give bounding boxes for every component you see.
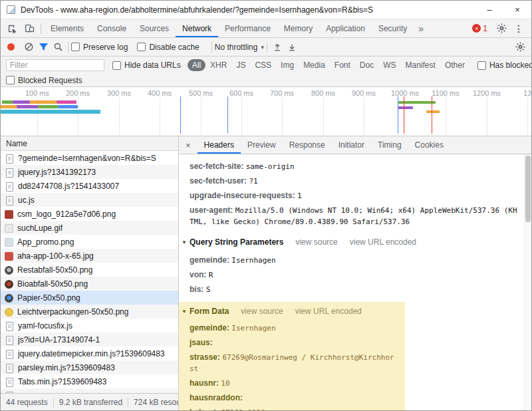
request-row[interactable]: ?gemeinde=Isernhagen&von=R&bis=S xyxy=(1,151,178,165)
main-tab[interactable]: Performance xyxy=(218,19,277,37)
import-har-icon[interactable] xyxy=(270,40,285,55)
request-row[interactable]: suchLupe.gif xyxy=(1,221,178,235)
detail-tab[interactable]: Initiator xyxy=(332,136,371,154)
clear-button[interactable] xyxy=(21,40,36,55)
filter-pill[interactable]: Font xyxy=(330,59,355,71)
separator xyxy=(267,42,267,53)
filter-pill[interactable]: CSS xyxy=(250,59,276,71)
network-settings-gear-icon[interactable] xyxy=(513,40,527,55)
form-data-section-header[interactable]: ▼Form Dataview sourceview URL encoded xyxy=(182,306,398,317)
main-tab[interactable]: Console xyxy=(90,19,133,37)
request-row[interactable]: yaml-focusfix.js xyxy=(1,319,178,333)
blocked-requests-checkbox[interactable] xyxy=(6,76,15,84)
kebab-menu-icon[interactable]: ⋮ xyxy=(510,23,527,34)
view-source-link[interactable]: view source xyxy=(241,307,283,316)
preserve-log-checkbox[interactable] xyxy=(71,43,80,51)
hide-data-urls-label: Hide data URLs xyxy=(124,61,181,70)
timeline-mark xyxy=(30,100,57,104)
param-line: ladeort 67269-0010 xyxy=(190,407,398,410)
scrollbar[interactable] xyxy=(524,154,531,410)
scrollbar-thumb[interactable] xyxy=(525,156,531,222)
close-window-button[interactable]: × xyxy=(503,1,531,19)
more-panels-icon[interactable]: » xyxy=(414,19,428,37)
tick-label: 600 ms xyxy=(229,89,253,97)
filter-pill[interactable]: Doc xyxy=(355,59,378,71)
request-row[interactable]: aha-app-100-x-65.jpg xyxy=(1,249,178,263)
filter-pill[interactable]: XHR xyxy=(205,59,231,71)
filter-input[interactable] xyxy=(6,59,104,71)
request-row[interactable]: dd82474708.js?1541433007 xyxy=(1,179,178,193)
detail-tab-label: Headers xyxy=(204,140,234,150)
request-row[interactable]: jquery.js?1341392173 xyxy=(1,165,178,179)
throttling-select[interactable]: No throttling ▾ xyxy=(215,43,264,52)
settings-gear-icon[interactable] xyxy=(493,23,510,33)
export-har-icon[interactable] xyxy=(285,40,299,55)
error-badge[interactable]: × 1 xyxy=(472,24,487,33)
filter-pill[interactable]: Media xyxy=(299,59,330,71)
request-row[interactable]: Papier-50x50.png xyxy=(1,291,178,305)
file-type-icon xyxy=(5,363,14,372)
detail-tab[interactable]: Headers xyxy=(198,136,241,154)
has-blocked-cookies-checkbox[interactable] xyxy=(477,61,486,70)
request-row[interactable]: App_promo.png xyxy=(1,235,178,249)
record-button[interactable] xyxy=(7,43,15,51)
param-value: 67269@Rosmarinweg / Kirchhorst@Kirchhors… xyxy=(190,353,394,373)
detail-tab[interactable]: Response xyxy=(283,136,332,154)
filter-pill[interactable]: Manifest xyxy=(401,59,440,71)
disable-cache-checkbox[interactable] xyxy=(137,43,146,51)
triangle-down-icon[interactable]: ▼ xyxy=(182,307,190,317)
main-tab-label: Elements xyxy=(51,24,84,33)
header-name: sec-fetch-site xyxy=(190,162,243,171)
tick-label: 800 ms xyxy=(311,89,335,97)
preserve-log-label: Preserve log xyxy=(83,43,128,52)
timeline-mark xyxy=(227,96,228,134)
request-name: Tabs.min.js?1539609483 xyxy=(18,377,106,386)
filter-pill[interactable]: WS xyxy=(378,59,400,71)
request-row[interactable]: js?id=UA-173149074-1 xyxy=(1,333,178,346)
name-column-header[interactable]: Name xyxy=(1,136,178,151)
hide-data-urls-group: Hide data URLs xyxy=(112,61,181,70)
detail-tab[interactable]: Preview xyxy=(241,136,283,154)
tick-label: 100 ms xyxy=(25,89,49,97)
request-row[interactable]: Bioabfall-50x50.png xyxy=(1,277,178,291)
header-line: user-agent Mozilla/5.0 (Windows NT 10.0;… xyxy=(190,205,520,227)
inspect-element-icon[interactable] xyxy=(3,19,21,37)
detail-tab[interactable]: Cookies xyxy=(408,136,450,154)
tick-label: 400 ms xyxy=(148,89,172,97)
view-url-encoded-link[interactable]: view URL encoded xyxy=(350,237,416,247)
filter-pill[interactable]: All xyxy=(188,59,205,71)
main-tab[interactable]: Network xyxy=(176,19,218,37)
detail-tab-label: Timing xyxy=(378,140,402,150)
filter-pill[interactable]: Other xyxy=(440,59,469,71)
file-type-icon xyxy=(5,196,14,205)
header-value: ?1 xyxy=(249,177,257,186)
main-tab[interactable]: Security xyxy=(372,19,414,37)
request-row[interactable]: csm_logo_912a5e7d06.png xyxy=(1,207,178,221)
detail-tab[interactable]: Timing xyxy=(371,136,408,154)
device-toolbar-icon[interactable] xyxy=(21,19,38,37)
close-details-icon[interactable]: × xyxy=(179,136,198,154)
filter-pill[interactable]: JS xyxy=(231,59,250,71)
request-row[interactable]: Leichtverpackungen-50x50.png xyxy=(1,305,178,319)
view-source-link[interactable]: view source xyxy=(295,237,337,247)
network-overview-timeline[interactable]: 100 ms 200 ms 300 ms 400 ms xyxy=(1,87,531,136)
request-row[interactable]: Restabfall-50x50.png xyxy=(1,263,178,277)
request-row[interactable]: jquery.datetimepicker.min.js?1539609483 xyxy=(1,346,178,360)
main-tab[interactable]: Memory xyxy=(277,19,319,37)
view-url-encoded-link[interactable]: view URL encoded xyxy=(295,307,362,316)
triangle-down-icon[interactable]: ▼ xyxy=(182,237,190,248)
hide-data-urls-checkbox[interactable] xyxy=(112,61,121,70)
minimize-button[interactable]: – xyxy=(475,1,503,19)
main-tab[interactable]: Application xyxy=(319,19,372,37)
request-row[interactable]: parsley.min.js?1539609483 xyxy=(1,360,178,374)
main-tab[interactable]: Sources xyxy=(133,19,176,37)
header-name: sec-fetch-user xyxy=(190,176,247,186)
request-row[interactable] xyxy=(1,388,178,393)
main-tab[interactable]: Elements xyxy=(44,19,90,37)
request-row[interactable]: Tabs.min.js?1539609483 xyxy=(1,374,178,388)
query-string-section-header[interactable]: ▼Query String Parametersview sourceview … xyxy=(182,237,520,248)
filter-pill[interactable]: Img xyxy=(276,59,299,71)
request-row[interactable]: uc.js xyxy=(1,193,178,207)
filter-toggle-icon[interactable] xyxy=(36,40,51,55)
search-icon[interactable] xyxy=(51,40,65,55)
